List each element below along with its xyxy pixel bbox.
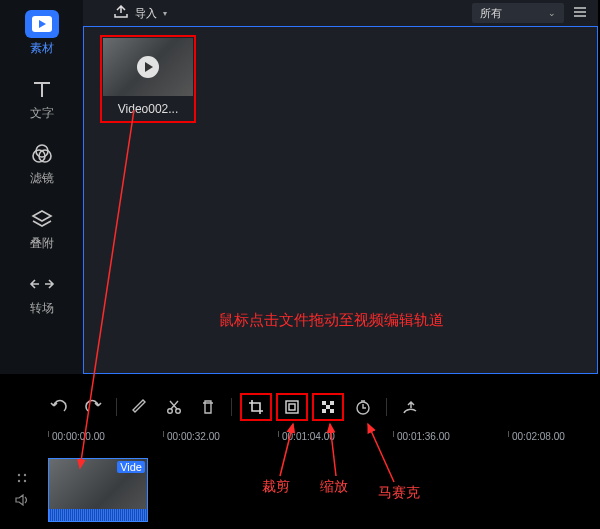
ruler-tick: 00:01:36.00 [393, 431, 450, 437]
zoom-button[interactable] [276, 393, 308, 421]
sidebar-item-label: 叠附 [30, 235, 54, 252]
svg-rect-9 [289, 404, 295, 410]
annotation-drag-hint: 鼠标点击文件拖动至视频编辑轨道 [219, 311, 444, 330]
track-header[interactable] [0, 462, 44, 518]
sidebar-item-label: 文字 [30, 105, 54, 122]
ruler-tick: 00:01:04.00 [278, 431, 335, 437]
timeline-toolbar [0, 391, 600, 423]
media-item[interactable]: Video002... [100, 35, 196, 123]
redo-button[interactable] [76, 391, 110, 423]
filter-dropdown[interactable]: 所有 ⌄ [472, 3, 564, 23]
export-button[interactable] [393, 391, 427, 423]
venn-icon [25, 140, 59, 168]
duration-button[interactable] [346, 391, 380, 423]
grip-icon [16, 472, 28, 486]
media-thumbnail [103, 38, 193, 96]
cut-button[interactable] [157, 391, 191, 423]
edit-button[interactable] [123, 391, 157, 423]
svg-rect-14 [330, 409, 334, 413]
sidebar-item-label: 滤镜 [30, 170, 54, 187]
sidebar-item-text[interactable]: 文字 [0, 65, 83, 130]
volume-icon[interactable] [15, 494, 29, 508]
list-view-toggle[interactable] [572, 5, 588, 21]
media-panel: Video002... 鼠标点击文件拖动至视频编辑轨道 [83, 26, 598, 374]
svg-rect-11 [326, 405, 330, 409]
play-rect-icon [25, 10, 59, 38]
separator [386, 398, 387, 416]
timeline-track[interactable]: Vide [0, 450, 600, 528]
svg-point-19 [24, 480, 26, 482]
layers-icon [25, 205, 59, 233]
sidebar-item-transition[interactable]: 转场 [0, 260, 83, 325]
ruler-tick: 00:02:08.00 [508, 431, 565, 437]
filter-selected: 所有 [480, 6, 502, 21]
annotation-zoom: 缩放 [320, 478, 348, 496]
transition-icon [25, 270, 59, 298]
separator [116, 398, 117, 416]
import-label: 导入 [135, 6, 157, 21]
import-button[interactable]: 导入 ▾ [113, 5, 167, 21]
media-topbar: 导入 ▾ 所有 ⌄ [83, 0, 598, 26]
svg-rect-12 [330, 401, 334, 405]
svg-rect-13 [322, 409, 326, 413]
annotation-mosaic: 马赛克 [378, 484, 420, 502]
crop-button[interactable] [240, 393, 272, 421]
separator [231, 398, 232, 416]
ruler-tick: 00:00:00.00 [48, 431, 105, 437]
delete-button[interactable] [191, 391, 225, 423]
sidebar-item-label: 转场 [30, 300, 54, 317]
svg-point-18 [18, 480, 20, 482]
timeline-clip[interactable]: Vide [48, 458, 148, 522]
sidebar-item-overlay[interactable]: 叠附 [0, 195, 83, 260]
import-icon [113, 5, 129, 21]
clip-label: Vide [117, 461, 145, 473]
ruler-tick: 00:00:32.00 [163, 431, 220, 437]
sidebar-item-label: 素材 [30, 40, 54, 57]
svg-point-7 [176, 409, 181, 414]
mosaic-button[interactable] [312, 393, 344, 421]
media-item-name: Video002... [103, 96, 193, 120]
svg-rect-8 [286, 401, 298, 413]
svg-marker-5 [33, 211, 51, 221]
undo-button[interactable] [42, 391, 76, 423]
chevron-down-icon: ⌄ [548, 8, 556, 18]
left-sidebar: 素材 文字 滤镜 叠附 转场 [0, 0, 83, 374]
svg-point-17 [24, 474, 26, 476]
sidebar-item-filter[interactable]: 滤镜 [0, 130, 83, 195]
timeline-ruler[interactable]: 00:00:00.00 00:00:32.00 00:01:04.00 00:0… [0, 427, 600, 447]
svg-point-6 [168, 409, 173, 414]
text-icon [25, 75, 59, 103]
sidebar-item-media[interactable]: 素材 [0, 0, 83, 65]
clip-waveform [49, 509, 147, 521]
annotation-crop: 裁剪 [262, 478, 290, 496]
svg-point-16 [18, 474, 20, 476]
play-icon [137, 56, 159, 78]
svg-rect-10 [322, 401, 326, 405]
chevron-down-icon: ▾ [163, 9, 167, 18]
